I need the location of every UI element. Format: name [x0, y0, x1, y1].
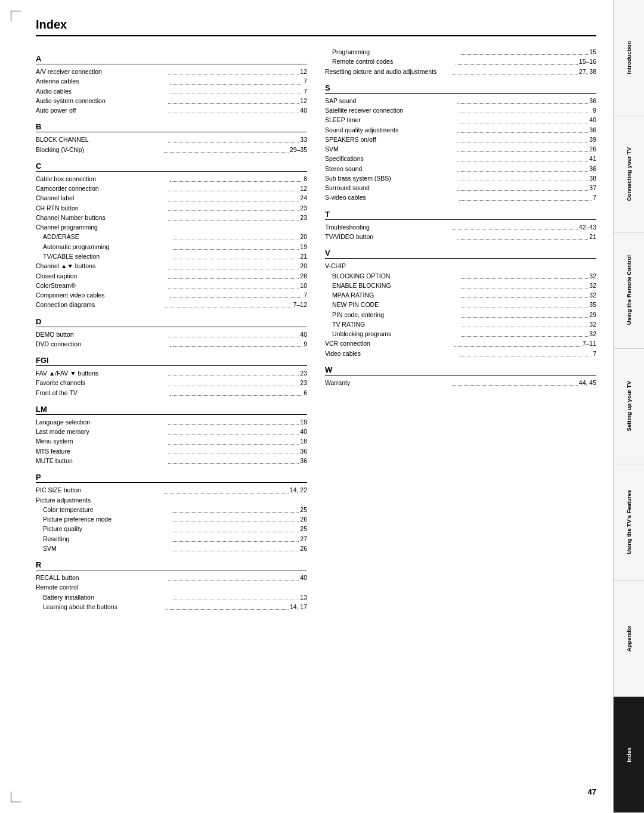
entry-dots — [457, 173, 589, 181]
side-tab-remote[interactable]: Using the Remote Control — [613, 232, 644, 349]
index-entry: Learning about the buttons14, 17 — [36, 602, 307, 612]
entry-page: 41 — [589, 154, 596, 163]
side-tab-appendix[interactable]: Appendix — [613, 581, 644, 697]
entry-page: 12 — [300, 96, 307, 105]
entry-text: Color temperature — [43, 505, 171, 514]
entry-text: Channel ▲▼ buttons — [36, 261, 167, 271]
entry-dots — [457, 154, 589, 162]
entry-text: Antenna cables — [36, 76, 169, 86]
main-content: Index AA/V receiver connection12Antenna … — [36, 18, 602, 612]
entry-page: 20 — [300, 232, 307, 241]
entry-text: FAV ▲/FAV ▼ buttons — [36, 368, 167, 378]
entry-dots — [165, 300, 292, 308]
entry-dots — [461, 310, 589, 318]
entry-text: PIN code, entering — [332, 310, 460, 319]
index-entry: SLEEP timer40 — [325, 115, 596, 125]
entry-dots — [163, 145, 289, 153]
entry-dots — [168, 193, 299, 201]
index-entry: Blocking (V-Chip)29–35 — [36, 145, 307, 154]
entry-text: DEMO button — [36, 330, 167, 339]
entry-text: NEW PIN CODE — [332, 300, 460, 309]
entry-dots — [457, 135, 589, 142]
index-entry: RECALL button40 — [36, 573, 307, 582]
index-entry: MTS feature36 — [36, 446, 307, 456]
entry-page: 12 — [300, 184, 307, 193]
side-tab-label-connecting: Connecting your TV — [626, 147, 632, 201]
index-entry: Warranty44, 45 — [325, 378, 596, 387]
entry-text: Component video cables — [36, 290, 169, 300]
index-entry: A/V receiver connection12 — [36, 67, 307, 76]
entry-text: Video cables — [325, 349, 458, 358]
entry-page: 40 — [300, 105, 307, 115]
index-entry: MUTE button36 — [36, 456, 307, 466]
entry-dots — [168, 203, 299, 211]
entry-text: BLOCKING OPTION — [332, 271, 460, 281]
entry-page: 12 — [300, 67, 307, 76]
side-tab-setting-up[interactable]: Setting up your TV — [613, 349, 644, 465]
index-entry: CH RTN button23 — [36, 203, 307, 213]
entry-dots — [461, 300, 589, 308]
entry-page: 26 — [300, 544, 307, 553]
entry-text: ADD/ERASE — [43, 232, 171, 241]
entry-text: Favorite channels — [36, 378, 167, 387]
index-entry: DEMO button40 — [36, 330, 307, 339]
side-tab-introduction[interactable]: Introduction — [613, 0, 644, 116]
entry-dots — [168, 417, 299, 425]
entry-text: Closed caption — [36, 271, 167, 281]
entry-text: SVM — [43, 544, 171, 553]
entry-page: 7 — [593, 193, 596, 202]
section-letter: W — [325, 365, 596, 376]
index-entry: Picture preference mode26 — [36, 514, 307, 524]
entry-page: 36 — [300, 456, 307, 466]
side-tab-index[interactable]: Index — [613, 697, 644, 813]
index-entry: ENABLE BLOCKING32 — [325, 281, 596, 290]
entry-text: Specifications — [325, 154, 456, 163]
entry-page: 21 — [300, 252, 307, 261]
side-tab-connecting[interactable]: Connecting your TV — [613, 116, 644, 232]
entry-page: 15 — [589, 47, 596, 57]
entry-dots — [168, 456, 299, 464]
entry-dots — [168, 368, 299, 376]
entry-dots — [172, 252, 299, 259]
index-entry: DVD connection9 — [36, 339, 307, 349]
index-entry: Channel Number buttons23 — [36, 213, 307, 222]
entry-text: SLEEP timer — [325, 115, 456, 125]
index-entry: TV/VIDEO button21 — [325, 232, 596, 241]
index-entry: Troubleshooting42–43 — [325, 222, 596, 232]
entry-dots — [457, 164, 589, 172]
side-tab-features[interactable]: Using the TV's Features — [613, 464, 644, 581]
index-entry: Satellite receiver connection9 — [325, 105, 596, 115]
entry-page: 26 — [589, 144, 596, 154]
entry-text: S-video cables — [325, 193, 458, 202]
entry-text: MUTE button — [36, 456, 167, 466]
entry-page: 21 — [589, 232, 596, 241]
entry-page: 25 — [300, 524, 307, 533]
index-entry: Channel label24 — [36, 193, 307, 203]
entry-dots — [457, 232, 589, 240]
index-entry: Component video cables7 — [36, 290, 307, 300]
entry-dots — [459, 193, 592, 200]
entry-text: Picture quality — [43, 524, 171, 533]
entry-page: 7–11 — [583, 339, 596, 348]
entry-page: 23 — [300, 203, 307, 213]
index-entry: Stereo sound36 — [325, 164, 596, 173]
index-entry: Cable box connection8 — [36, 174, 307, 184]
entry-dots — [457, 115, 589, 123]
entry-page: 40 — [300, 427, 307, 436]
entry-page: 40 — [589, 115, 596, 125]
section-letter: FGI — [36, 356, 307, 366]
entry-dots — [172, 534, 299, 542]
entry-dots — [452, 378, 578, 386]
entry-text: Auto power off — [36, 105, 167, 115]
section-letter: LM — [36, 405, 307, 415]
entry-page: 36 — [589, 125, 596, 135]
entry-text: Audio system connection — [36, 96, 167, 105]
entry-page: 26 — [300, 514, 307, 524]
index-entry: Last mode memory40 — [36, 427, 307, 436]
index-entry: Channel ▲▼ buttons20 — [36, 261, 307, 271]
entry-text: TV/VIDEO button — [325, 232, 456, 241]
entry-page: 25 — [300, 505, 307, 514]
entry-text: Sound quality adjustments — [325, 125, 456, 135]
entry-text: Remote control codes — [332, 57, 454, 66]
entry-page: 24 — [300, 193, 307, 203]
